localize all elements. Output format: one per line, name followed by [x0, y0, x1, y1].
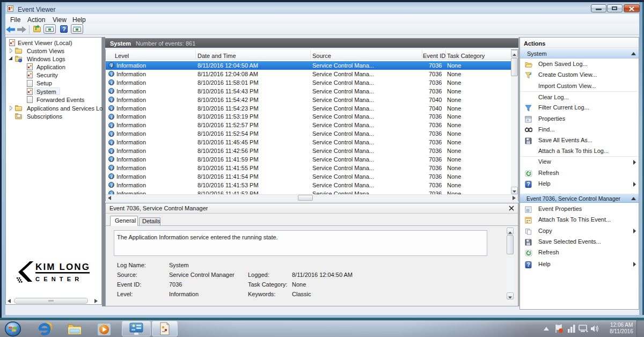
svg-text:CENTER: CENTER: [35, 276, 83, 282]
svg-text:?: ?: [526, 262, 530, 268]
svg-text:KIM LONG: KIM LONG: [35, 262, 89, 272]
svg-text:?: ?: [526, 181, 530, 187]
